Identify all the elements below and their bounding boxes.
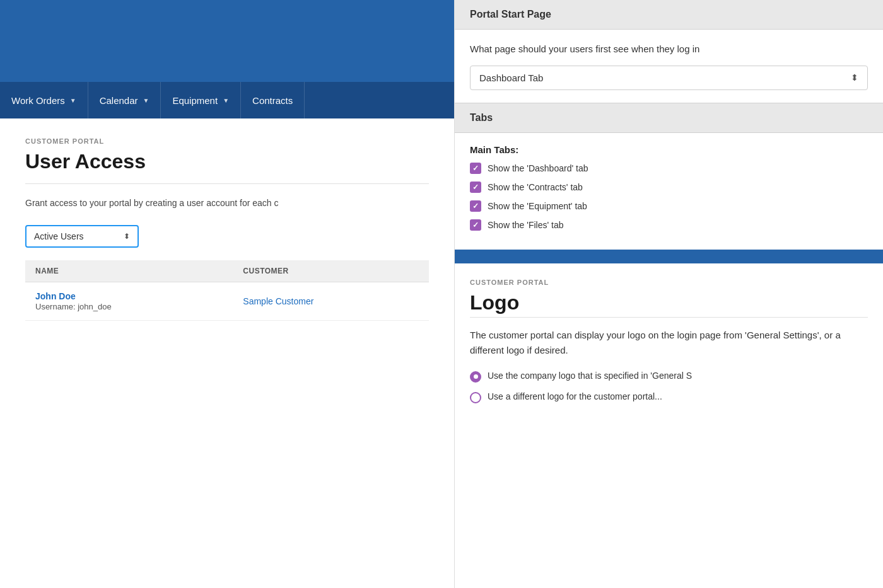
checkbox-files: ✓ Show the 'Files' tab — [470, 219, 868, 231]
checkbox-equipment-label: Show the 'Equipment' tab — [488, 201, 587, 211]
tabs-section-header: Tabs — [455, 103, 883, 133]
chevron-down-icon-equipment: ▼ — [223, 97, 229, 104]
nav-item-equipment[interactable]: Equipment ▼ — [161, 82, 241, 118]
dashboard-tab-select[interactable]: Dashboard Tab ⬍ — [470, 66, 868, 90]
portal-start-page-header: Portal Start Page — [455, 0, 883, 30]
checkbox-dashboard-label: Show the 'Dashboard' tab — [488, 163, 588, 173]
portal-start-page-body: What page should your users first see wh… — [455, 30, 883, 103]
title-divider — [25, 183, 429, 184]
chevron-down-icon-calendar: ▼ — [143, 97, 149, 104]
users-table: NAME CUSTOMER John Doe Username: john_do… — [25, 260, 429, 321]
user-username: Username: john_doe — [35, 302, 112, 311]
left-top-bar — [0, 0, 454, 82]
customer-portal-label: CUSTOMER PORTAL — [25, 137, 429, 145]
logo-divider — [470, 317, 868, 318]
nav-label-contracts: Contracts — [252, 95, 293, 106]
checkmark-icon: ✓ — [472, 164, 479, 173]
logo-section-portal-label: CUSTOMER PORTAL — [470, 279, 868, 286]
checkbox-contracts-box[interactable]: ✓ — [470, 182, 481, 193]
left-panel: Work Orders ▼ Calendar ▼ Equipment ▼ Con… — [0, 0, 454, 588]
logo-section-body: CUSTOMER PORTAL Logo The customer portal… — [455, 263, 883, 427]
nav-bar: Work Orders ▼ Calendar ▼ Equipment ▼ Con… — [0, 82, 454, 118]
nav-item-contracts[interactable]: Contracts — [241, 82, 305, 118]
radio-use-company-logo: Use the company logo that is specified i… — [470, 371, 868, 383]
checkmark-icon: ✓ — [472, 202, 479, 210]
radio-different-logo-label: Use a different logo for the customer po… — [488, 391, 662, 401]
checkbox-equipment-box[interactable]: ✓ — [470, 200, 481, 212]
radio-company-logo-button[interactable] — [470, 371, 481, 383]
portal-select-arrow-icon: ⬍ — [851, 72, 858, 83]
logo-description: The customer portal can display your log… — [470, 328, 868, 358]
nav-item-calendar[interactable]: Calendar ▼ — [88, 82, 161, 118]
page-title: User Access — [25, 150, 429, 173]
checkbox-equipment: ✓ Show the 'Equipment' tab — [470, 200, 868, 212]
portal-start-description: What page should your users first see wh… — [470, 42, 868, 57]
filter-select-value: Active Users — [34, 231, 84, 241]
portal-start-page-section: Portal Start Page What page should your … — [455, 0, 883, 103]
checkmark-icon: ✓ — [472, 221, 479, 229]
checkbox-contracts-label: Show the 'Contracts' tab — [488, 182, 583, 192]
main-tabs-label: Main Tabs: — [470, 144, 868, 155]
nav-label-work-orders: Work Orders — [11, 95, 65, 106]
right-panel: Portal Start Page What page should your … — [454, 0, 883, 588]
checkmark-icon: ✓ — [472, 183, 479, 192]
nav-label-equipment: Equipment — [172, 95, 218, 106]
nav-item-work-orders[interactable]: Work Orders ▼ — [0, 82, 88, 118]
logo-section-title: Logo — [470, 291, 868, 314]
checkbox-files-label: Show the 'Files' tab — [488, 220, 564, 230]
user-name-link[interactable]: John Doe — [35, 291, 223, 301]
customer-cell: Sample Customer — [233, 282, 429, 321]
nav-label-calendar: Calendar — [100, 95, 138, 106]
checkbox-dashboard: ✓ Show the 'Dashboard' tab — [470, 163, 868, 174]
col-header-name: NAME — [25, 260, 233, 282]
active-users-select[interactable]: Active Users ⬍ — [25, 225, 139, 248]
portal-select-value: Dashboard Tab — [479, 72, 543, 83]
tabs-section: Tabs Main Tabs: ✓ Show the 'Dashboard' t… — [455, 103, 883, 250]
radio-different-logo-button[interactable] — [470, 392, 481, 403]
checkbox-contracts: ✓ Show the 'Contracts' tab — [470, 182, 868, 193]
table-row: John Doe Username: john_doe Sample Custo… — [25, 282, 429, 321]
col-header-customer: CUSTOMER — [233, 260, 429, 282]
customer-link[interactable]: Sample Customer — [243, 296, 313, 306]
checkbox-dashboard-box[interactable]: ✓ — [470, 163, 481, 174]
logo-section: CUSTOMER PORTAL Logo The customer portal… — [455, 263, 883, 589]
user-access-section: CUSTOMER PORTAL User Access Grant access… — [0, 118, 454, 588]
chevron-down-icon-work-orders: ▼ — [70, 97, 76, 104]
radio-company-logo-label: Use the company logo that is specified i… — [488, 371, 692, 381]
blue-divider — [455, 250, 883, 263]
radio-use-different-logo: Use a different logo for the customer po… — [470, 391, 868, 403]
checkbox-files-box[interactable]: ✓ — [470, 219, 481, 231]
section-description: Grant access to your portal by creating … — [25, 197, 429, 210]
user-cell: John Doe Username: john_doe — [25, 282, 233, 321]
chevron-down-icon-filter: ⬍ — [124, 232, 130, 241]
tabs-section-body: Main Tabs: ✓ Show the 'Dashboard' tab ✓ … — [455, 133, 883, 250]
